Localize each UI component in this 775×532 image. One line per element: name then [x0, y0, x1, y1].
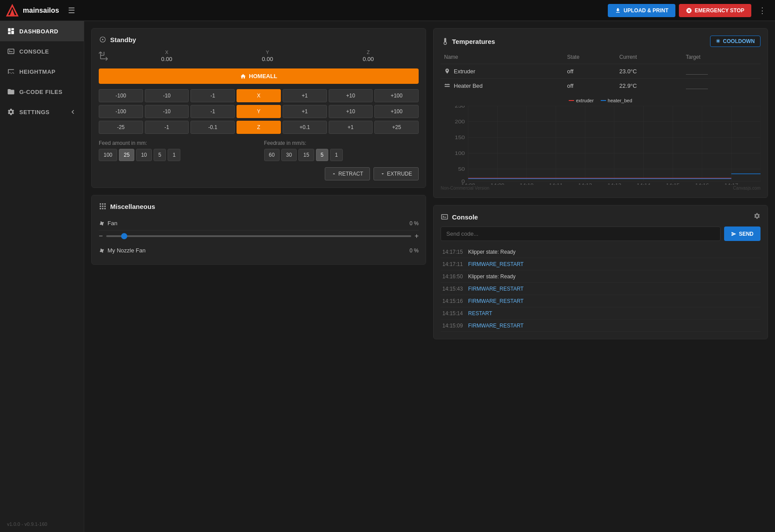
- svg-text:14:08: 14:08: [461, 183, 475, 185]
- svg-text:200: 200: [455, 119, 465, 124]
- console-card: Console SEND 14:17:15 Klipper state: Rea…: [433, 205, 768, 339]
- y-jog-plus10[interactable]: +10: [329, 105, 373, 118]
- standby-icon: [99, 36, 107, 43]
- sidebar-item-gcode-files[interactable]: G-CODE FILES: [0, 82, 84, 102]
- legend-heater-bed: heater_bed: [601, 98, 632, 103]
- z-jog-minus01[interactable]: -0.1: [190, 121, 235, 134]
- feed-section: Feed amount in mm: 100 25 10 5 1 Feedrat…: [99, 140, 419, 180]
- retract-icon: [331, 171, 337, 176]
- svg-rect-12: [100, 206, 101, 207]
- feedrate-30[interactable]: 30: [281, 149, 297, 161]
- x-jog-minus100[interactable]: -100: [99, 89, 143, 102]
- position-icon: [99, 50, 109, 62]
- sidebar-item-settings[interactable]: SETTINGS: [0, 102, 84, 122]
- feedrate-15[interactable]: 15: [298, 149, 314, 161]
- feedrate-1[interactable]: 1: [330, 149, 343, 161]
- y-jog-minus100[interactable]: -100: [99, 105, 143, 118]
- feedrate-60[interactable]: 60: [264, 149, 280, 161]
- cooldown-button[interactable]: ✳ COOLDOWN: [710, 36, 761, 47]
- x-jog-plus10[interactable]: +10: [329, 89, 373, 102]
- gear-icon: [753, 212, 761, 219]
- retract-button[interactable]: RETRACT: [325, 167, 370, 180]
- z-jog-plus25[interactable]: +25: [374, 121, 419, 134]
- svg-rect-17: [104, 203, 106, 205]
- feed-amount-row: 100 25 10 5 1: [99, 149, 254, 161]
- svg-rect-11: [100, 203, 101, 205]
- feedrate-5[interactable]: 5: [316, 149, 329, 161]
- log-entry-5: 14:15:14 RESTART: [441, 308, 761, 320]
- z-jog-label[interactable]: Z: [237, 121, 281, 134]
- sidebar-item-dashboard[interactable]: DASHBOARD: [0, 21, 84, 41]
- fan-decrease-button[interactable]: −: [99, 232, 103, 240]
- console-send-input[interactable]: [441, 226, 721, 241]
- feed-amount-5[interactable]: 5: [154, 149, 166, 161]
- x-jog-plus1[interactable]: +1: [283, 89, 327, 102]
- y-jog-minus1[interactable]: -1: [190, 105, 235, 118]
- console-settings-button[interactable]: [753, 212, 761, 221]
- feed-amount-25[interactable]: 25: [119, 149, 134, 161]
- fan-slider[interactable]: [106, 235, 411, 237]
- fan-increase-button[interactable]: +: [415, 232, 419, 240]
- svg-text:14:10: 14:10: [520, 183, 533, 185]
- extruder-icon: [444, 68, 450, 74]
- emergency-icon: [686, 7, 692, 14]
- nozzle-fan-icon: [99, 248, 105, 254]
- console-input-row: SEND: [441, 226, 761, 241]
- more-options-button[interactable]: ⋮: [755, 4, 770, 17]
- svg-rect-15: [102, 206, 104, 207]
- console-header: Console: [441, 212, 761, 221]
- x-jog-label[interactable]: X: [237, 89, 281, 102]
- col-current: Current: [616, 52, 682, 64]
- x-jog-minus10[interactable]: -10: [145, 89, 189, 102]
- z-jog-plus1[interactable]: +1: [329, 121, 373, 134]
- settings-chevron-icon: [69, 108, 77, 116]
- brand-logo: mainsailos: [5, 4, 59, 18]
- y-jog-plus100[interactable]: +100: [374, 105, 419, 118]
- svg-rect-16: [102, 208, 104, 209]
- z-jog-plus01[interactable]: +0.1: [283, 121, 327, 134]
- svg-text:14:15: 14:15: [666, 183, 679, 185]
- heater-bed-name-cell: Heater Bed: [444, 83, 560, 89]
- col-target: Target: [682, 52, 761, 64]
- sidebar-item-heightmap[interactable]: HEIGHTMAP: [0, 61, 84, 82]
- extruder-row: Extruder off 23.0°C 0: [441, 64, 761, 79]
- home-all-button[interactable]: HOMEALL: [99, 68, 419, 84]
- standby-card: Standby X 0.00 Y 0.: [91, 28, 426, 188]
- svg-rect-19: [104, 208, 106, 209]
- settings-label-group: SETTINGS: [7, 108, 50, 116]
- axes-icon: [99, 50, 109, 61]
- feed-actions: RETRACT EXTRUDE: [99, 167, 419, 180]
- extruder-target-input[interactable]: 0: [686, 68, 708, 75]
- navbar: mainsailos ☰ UPLOAD & PRINT EMERGENCY ST…: [0, 0, 775, 21]
- main-content: Standby X 0.00 Y 0.: [84, 21, 775, 532]
- upload-print-button[interactable]: UPLOAD & PRINT: [608, 4, 675, 17]
- feed-amount-1[interactable]: 1: [168, 149, 180, 161]
- x-jog-plus100[interactable]: +100: [374, 89, 419, 102]
- svg-text:50: 50: [458, 166, 465, 172]
- emergency-stop-button[interactable]: EMERGENCY STOP: [679, 4, 751, 17]
- y-jog-plus1[interactable]: +1: [283, 105, 327, 118]
- chart-svg: 250 200 150 100 50 0: [441, 106, 761, 185]
- x-jog-minus1[interactable]: -1: [190, 89, 235, 102]
- hamburger-button[interactable]: ☰: [65, 4, 79, 17]
- temperatures-header: Temperatures ✳ COOLDOWN: [441, 36, 761, 47]
- send-code-button[interactable]: SEND: [724, 226, 761, 241]
- fan-row: Fan 0 %: [99, 216, 419, 230]
- svg-text:14:12: 14:12: [578, 183, 592, 185]
- feed-amount-10[interactable]: 10: [136, 149, 151, 161]
- z-jog-minus1[interactable]: -1: [145, 121, 189, 134]
- chart-watermarks: Non-Commercial Version Canvasjs.com: [441, 186, 761, 191]
- chart-legend: extruder heater_bed: [441, 98, 761, 103]
- z-jog-minus25[interactable]: -25: [99, 121, 143, 134]
- y-jog-label[interactable]: Y: [237, 105, 281, 118]
- console-icon: [7, 47, 15, 55]
- feed-amount-100[interactable]: 100: [99, 149, 117, 161]
- gcode-files-icon: [7, 88, 15, 96]
- svg-text:250: 250: [455, 106, 465, 109]
- y-jog-minus10[interactable]: -10: [145, 105, 189, 118]
- heater-bed-target-input[interactable]: 0: [686, 82, 708, 89]
- sidebar-item-console[interactable]: CONSOLE: [0, 41, 84, 61]
- extrude-button[interactable]: EXTRUDE: [373, 167, 419, 180]
- heater-bed-state: off: [563, 79, 616, 93]
- extruder-name-cell: Extruder: [444, 68, 560, 75]
